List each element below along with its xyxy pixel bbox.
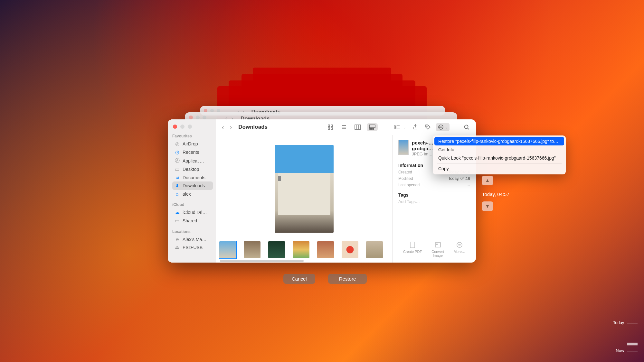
ctx-quick-look[interactable]: Quick Look "pexels-filip-rankovic-grobga… [434, 154, 564, 162]
view-icons-button[interactable] [326, 123, 335, 131]
sidebar-item-applications[interactable]: ⒶApplicati… [172, 156, 213, 165]
group-button[interactable]: ⌄ [393, 123, 407, 131]
svg-point-29 [458, 245, 459, 245]
sidebar-item-home[interactable]: ⌂alex [172, 190, 213, 198]
add-tags-field[interactable]: Add Tags… [398, 199, 470, 204]
svg-point-27 [436, 244, 437, 245]
cancel-button[interactable]: Cancel [283, 274, 315, 284]
back-button[interactable]: ‹ [221, 124, 225, 131]
sidebar-item-desktop[interactable]: ▭Desktop [172, 165, 213, 173]
desktop-icon: ▭ [174, 166, 180, 172]
sidebar-item-icloud-drive[interactable]: ☁iCloud Dri… [172, 208, 213, 217]
svg-rect-7 [355, 125, 361, 129]
gallery-area [216, 135, 392, 263]
lastopened-label: Last opened [398, 183, 420, 187]
finder-window: Favourites ◎AirDrop ◷Recents ⒶApplicati…… [168, 119, 476, 263]
sidebar-item-shared[interactable]: ▭Shared [172, 217, 213, 225]
thumbnail[interactable] [293, 241, 309, 258]
sidebar-item-mac[interactable]: 🖥Alex's Ma… [172, 235, 213, 243]
view-gallery-button[interactable] [367, 123, 378, 131]
timeline-now-label: Now [613, 348, 638, 353]
time-machine-buttons: Cancel Restore [283, 274, 367, 284]
thumbnail-strip[interactable] [219, 241, 389, 259]
timeline-today-label: Today [613, 320, 638, 325]
scrollbar[interactable] [220, 260, 304, 262]
convert-image-action[interactable]: ConvertImage [431, 241, 444, 257]
svg-point-22 [441, 127, 442, 127]
chevron-down-icon: ⌄ [403, 125, 406, 129]
sidebar-item-usb[interactable]: ⏏ESD-USB [172, 243, 213, 252]
close-icon[interactable] [173, 125, 177, 129]
timeline-scale[interactable]: Today Now [613, 320, 638, 353]
thumbnail[interactable] [268, 241, 285, 258]
sidebar-item-airdrop[interactable]: ◎AirDrop [172, 140, 213, 148]
ctx-get-info[interactable]: Get Info [434, 145, 564, 154]
sidebar-item-documents[interactable]: 🗎Documents [172, 173, 213, 181]
ctx-restore-to[interactable]: Restore "pexels-filip-rankovic-grobgaard… [434, 137, 564, 145]
svg-point-20 [439, 127, 440, 127]
preview-image[interactable] [275, 145, 334, 233]
zoom-icon[interactable] [188, 125, 192, 129]
shared-icon: ▭ [174, 218, 180, 224]
sidebar: Favourites ◎AirDrop ◷Recents ⒶApplicati…… [168, 119, 216, 263]
modified-value: Today, 04:16 [448, 176, 470, 181]
restore-button[interactable]: Restore [328, 274, 367, 284]
svg-rect-25 [410, 242, 415, 248]
documents-icon: 🗎 [174, 175, 180, 180]
airdrop-icon: ◎ [174, 141, 180, 147]
svg-rect-15 [395, 127, 396, 129]
toolbar: ‹ › Downloads ⌄ ⌄ [216, 119, 476, 135]
applications-icon: Ⓐ [174, 158, 180, 164]
share-button[interactable] [411, 123, 420, 131]
clock-icon: ◷ [174, 149, 180, 155]
svg-rect-26 [435, 243, 440, 247]
window-controls[interactable] [173, 125, 213, 129]
tags-button[interactable] [423, 123, 433, 131]
created-label: Created [398, 170, 412, 174]
forward-button[interactable]: › [229, 124, 233, 131]
computer-icon: 🖥 [174, 237, 180, 242]
svg-rect-10 [369, 125, 375, 128]
ctx-separator [437, 163, 562, 163]
tags-header: Tags [398, 192, 470, 198]
downloads-icon: ⬇ [174, 183, 180, 189]
lastopened-value: -- [468, 183, 470, 187]
snapshot-time: Today, 04:57 [482, 191, 509, 197]
svg-line-24 [468, 128, 469, 129]
svg-point-18 [426, 126, 427, 126]
sidebar-section-icloud: iCloud [172, 202, 213, 207]
sidebar-item-downloads[interactable]: ⬇Downloads [172, 181, 213, 190]
svg-rect-12 [371, 128, 372, 129]
thumbnail[interactable] [366, 241, 383, 258]
timeline-down-button[interactable]: ▼ [482, 201, 493, 211]
more-actions[interactable]: More… [454, 241, 465, 257]
timeline-up-button[interactable]: ▲ [482, 176, 493, 185]
search-button[interactable] [462, 123, 471, 131]
minimize-icon[interactable] [180, 125, 185, 129]
ctx-copy[interactable]: Copy [434, 164, 564, 173]
sidebar-section-favourites: Favourites [172, 134, 213, 138]
view-list-button[interactable] [339, 123, 349, 131]
svg-rect-11 [370, 128, 371, 129]
actions-button[interactable]: ⌄ [436, 123, 450, 131]
thumbnail[interactable] [219, 241, 236, 258]
svg-point-21 [440, 127, 441, 127]
sidebar-item-recents[interactable]: ◷Recents [172, 148, 213, 156]
svg-point-23 [465, 125, 468, 129]
svg-rect-0 [328, 125, 330, 126]
view-columns-button[interactable] [353, 123, 363, 131]
chevron-down-icon: ⌄ [445, 125, 448, 129]
create-pdf-action[interactable]: Create PDF [403, 241, 422, 257]
thumbnail[interactable] [244, 241, 260, 258]
thumbnail[interactable] [342, 241, 358, 258]
svg-rect-14 [395, 125, 396, 126]
cloud-icon: ☁ [174, 209, 180, 215]
sidebar-section-locations: Locations [172, 229, 213, 234]
svg-rect-3 [331, 128, 333, 129]
svg-rect-1 [331, 125, 333, 126]
svg-rect-13 [373, 128, 374, 129]
eject-icon: ⏏ [174, 245, 180, 250]
svg-rect-2 [328, 128, 330, 129]
thumbnail[interactable] [317, 241, 334, 258]
home-icon: ⌂ [174, 191, 180, 197]
